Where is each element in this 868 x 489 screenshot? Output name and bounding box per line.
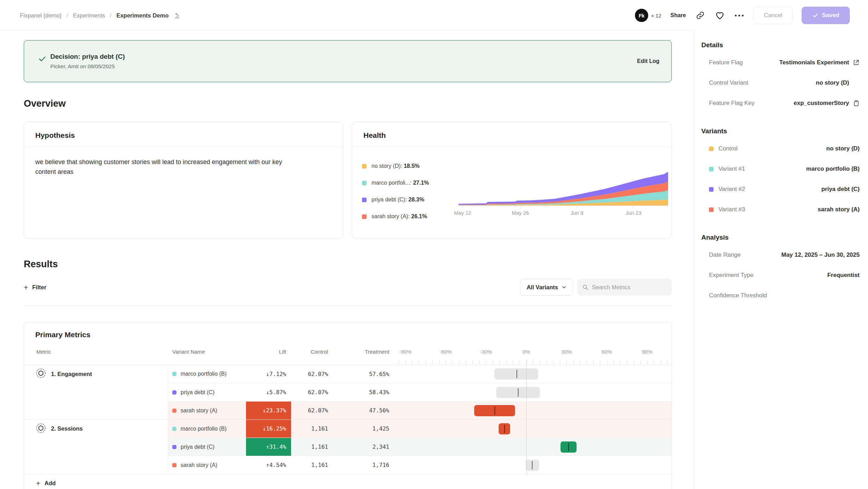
detail-label: Feature Flag Key	[709, 100, 754, 107]
col-header-control: Control	[291, 345, 333, 364]
analysis-section: Analysis Date RangeMay 12, 2025 – Jun 30…	[701, 234, 860, 306]
hypothesis-title: Hypothesis	[35, 131, 75, 139]
metric-target-icon	[36, 423, 46, 435]
variant-name: priya debt (C)	[181, 444, 215, 450]
variant-row: Variant #2priya debt (C)	[709, 179, 860, 199]
variants-heading: Variants	[701, 127, 860, 135]
mean-lift-marker	[518, 388, 519, 397]
detail-label: Feature Flag	[709, 59, 743, 66]
external-link-icon[interactable]	[849, 59, 860, 66]
treatment-cell: 57.65%	[333, 365, 394, 383]
axis-tick	[573, 360, 574, 364]
variants-filter-dropdown[interactable]: All Variants	[520, 279, 573, 296]
confidence-interval-cell	[394, 438, 672, 456]
breadcrumb-project[interactable]: Fixpanel {demo}	[20, 12, 62, 19]
lift-axis-header: -90%-60%-30%0%30%60%90%	[394, 345, 672, 364]
confidence-interval-bar[interactable]	[499, 423, 510, 434]
axis-tick	[499, 360, 500, 364]
axis-tick	[647, 360, 648, 364]
add-filter-button[interactable]: + Filter	[24, 284, 46, 291]
variant-cell[interactable]: marco portfolio (B)	[168, 365, 246, 383]
control-cell: 62.07%	[291, 402, 333, 419]
axis-tick	[412, 360, 412, 364]
search-metrics-input[interactable]	[592, 284, 667, 291]
hypothesis-text: we believe that showing customer stories…	[24, 147, 304, 187]
variant-color-chip	[172, 427, 176, 431]
variant-name: marco portfolio (B)	[181, 426, 227, 432]
axis-tick	[661, 360, 661, 364]
metric-cell	[24, 438, 168, 456]
confidence-interval-cell	[394, 383, 672, 401]
metric-cell: 2. Sessions	[24, 420, 168, 438]
axis-tick	[553, 360, 554, 364]
axis-tick	[533, 360, 533, 364]
analysis-row: Date RangeMay 12, 2025 – Jun 30, 2025	[709, 245, 860, 265]
variant-name: sarah story (A)	[181, 408, 217, 414]
breadcrumb-separator: /	[110, 12, 112, 19]
variant-value: no story (D)	[826, 145, 860, 152]
axis-tick-label: -60%	[440, 349, 452, 355]
confidence-interval-bar[interactable]	[494, 368, 538, 380]
metric-row: priya debt (C)↓5.87%62.07%58.43%	[24, 383, 671, 401]
add-metric-button[interactable]: + Add	[36, 480, 671, 487]
treatment-cell: 1,425	[333, 420, 394, 438]
axis-tick	[446, 360, 446, 364]
favorite-heart-icon[interactable]	[715, 10, 725, 21]
axis-tick	[593, 360, 594, 364]
axis-tick	[627, 360, 627, 364]
copy-link-icon[interactable]	[695, 10, 706, 21]
confidence-interval-bar[interactable]	[526, 460, 539, 471]
variant-row: Variant #1marco portfolio (B)	[709, 159, 860, 179]
axis-tick-label: 90%	[642, 349, 652, 355]
variant-color-chip	[172, 445, 176, 449]
cancel-button[interactable]: Cancel	[754, 7, 793, 24]
metric-row-data: sarah story (A)↓23.37%62.07%47.56%	[168, 401, 672, 419]
health-stacked-area-chart: May 12May 26Jun 9Jun 23	[458, 154, 668, 220]
control-cell: 1,161	[291, 456, 333, 474]
confidence-interval-bar[interactable]	[496, 387, 540, 398]
axis-tick	[399, 360, 399, 364]
treatment-cell: 58.43%	[333, 383, 394, 401]
axis-tick-label: 60%	[602, 349, 612, 355]
variant-cell[interactable]: priya debt (C)	[168, 438, 246, 456]
variant-cell[interactable]: marco portfolio (B)	[168, 420, 246, 438]
variant-cell[interactable]: sarah story (A)	[168, 402, 246, 419]
clipboard-icon[interactable]	[849, 100, 860, 107]
details-sidebar: Details Feature FlagTestimonials Experim…	[693, 31, 868, 489]
confidence-interval-bar[interactable]	[560, 441, 577, 453]
collaborators[interactable]: Fk + 12	[635, 9, 661, 22]
axis-tick	[520, 360, 520, 364]
edit-log-link[interactable]: Edit Log	[637, 58, 659, 64]
divider	[24, 305, 672, 306]
variant-row: Variant #3sarah story (A)	[709, 199, 860, 220]
analysis-label: Confidence Threshold	[709, 292, 767, 299]
control-cell: 62.07%	[291, 365, 333, 383]
analysis-label: Experiment Type	[709, 272, 753, 279]
mean-lift-marker	[494, 406, 495, 415]
variant-name: priya debt (C)	[181, 389, 215, 396]
variant-cell[interactable]: priya debt (C)	[168, 383, 246, 401]
x-axis-tick-label: May 26	[512, 210, 529, 216]
legend-value: 18.5%	[404, 163, 419, 169]
search-icon	[582, 284, 588, 291]
variant-cell[interactable]: sarah story (A)	[168, 456, 246, 474]
detail-value: exp_customerStory	[794, 100, 849, 107]
legend-value: 28.3%	[408, 197, 424, 203]
overview-heading: Overview	[24, 98, 672, 109]
breadcrumb-separator: /	[66, 12, 68, 19]
confidence-interval-bar[interactable]	[474, 405, 515, 416]
zero-percent-line	[526, 365, 527, 474]
breadcrumb-experiments[interactable]: Experiments	[73, 12, 105, 19]
avatar[interactable]: Fk	[635, 9, 648, 22]
details-section: Details Feature FlagTestimonials Experim…	[701, 41, 860, 113]
analysis-value: Frequentist	[827, 272, 860, 279]
more-options-icon[interactable]	[734, 10, 745, 21]
axis-tick	[439, 360, 439, 364]
saved-button[interactable]: Saved	[802, 7, 850, 24]
health-title: Health	[363, 131, 386, 139]
share-button[interactable]: Share	[671, 12, 686, 19]
analysis-heading: Analysis	[701, 234, 860, 241]
top-bar: Fixpanel {demo} / Experiments / Experime…	[0, 0, 868, 31]
health-legend-item: marco portfoli...: 27.1%	[362, 180, 458, 186]
analysis-row: Experiment TypeFrequentist	[709, 265, 860, 285]
